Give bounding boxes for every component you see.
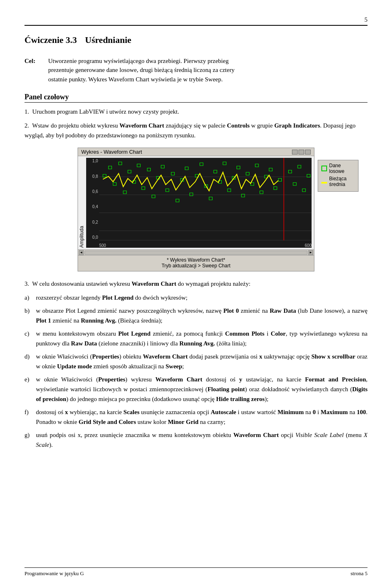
chart-inner: Amplituda 1,0 0,8 0,6 0,4 0,2 0,0 — [78, 156, 314, 249]
step-1: 1. Uruchom program LabVIEW i utwórz nowy… — [24, 107, 368, 117]
legend-label-avg: Bieżąca średnia — [329, 176, 355, 187]
svg-rect-5 — [123, 191, 127, 194]
chart-yaxis-ticks: 1,0 0,8 0,6 0,4 0,2 0,0 — [86, 158, 99, 240]
cel-text: Utworzenie programu wyświetlającego dwa … — [48, 56, 368, 84]
svg-rect-33 — [255, 164, 258, 167]
step-2: 2. Wstaw do projektu obiekt wykresu Wave… — [24, 121, 368, 140]
alpha-label-g: g) — [24, 430, 36, 450]
svg-rect-11 — [152, 195, 155, 198]
alpha-label-e: e) — [24, 374, 36, 404]
svg-rect-15 — [171, 173, 174, 175]
alpha-list: a) rozszerzyć obszar legendy Plot Legend… — [24, 293, 368, 450]
svg-rect-16 — [176, 199, 179, 202]
svg-rect-40 — [293, 183, 296, 186]
scrollbar-left-arrow[interactable]: ◄ — [79, 250, 84, 255]
alpha-label-f: f) — [24, 407, 36, 427]
svg-rect-30 — [241, 194, 245, 197]
scrollbar-track[interactable] — [85, 251, 307, 255]
list-item-c: c) w menu kontekstowym obszaru Plot Lege… — [24, 329, 368, 348]
chart-container: Wykres - Waveform Chart Amplituda 1,0 — [24, 148, 368, 271]
cel-row: Cel: Utworzenie programu wyświetlającego… — [24, 56, 368, 84]
chart-scrollbar[interactable]: ◄ ► — [78, 249, 314, 255]
list-item-b: b) w obszarze Plot Legend zmienić nazwy … — [24, 306, 368, 325]
legend-color-avg — [321, 182, 327, 184]
alpha-content-a: rozszerzyć obszar legendy Plot Legend do… — [36, 293, 368, 303]
alpha-label-d: d) — [24, 352, 36, 371]
list-item-f: f) dostosuj oś x wybierając, na karcie S… — [24, 407, 368, 427]
legend-item-raw: Dane losowe — [321, 163, 355, 174]
exercise-title: Uśrednianie — [85, 34, 131, 47]
svg-rect-36 — [269, 168, 272, 171]
alpha-label-a: a) — [24, 293, 36, 303]
svg-rect-38 — [278, 179, 282, 182]
legend-label-raw: Dane losowe — [329, 163, 355, 174]
list-item-e: e) w oknie Właściwości (Properties) wykr… — [24, 374, 368, 404]
alpha-content-d: w oknie Właściwości (Properties) obiektu… — [36, 352, 368, 371]
svg-rect-31 — [246, 173, 249, 175]
alpha-content-f: dostosuj oś x wybierając, na karcie Scal… — [36, 407, 368, 427]
svg-rect-43 — [307, 175, 310, 177]
chart-legend: Dane losowe Bieżąca średnia — [318, 160, 359, 192]
cel-label: Cel: — [24, 56, 45, 84]
chart-yaxis-label: Amplituda — [78, 158, 86, 248]
legend-color-raw — [321, 166, 327, 171]
svg-rect-13 — [161, 165, 164, 168]
panel-title: Panel czołowy — [24, 93, 69, 101]
svg-rect-6 — [128, 170, 131, 173]
list-item-g: g) usuń podpis osi x, przez usunięcie zn… — [24, 430, 368, 450]
chart-title-text: Wykres - Waveform Chart — [81, 149, 142, 155]
svg-rect-8 — [137, 164, 140, 167]
alpha-content-e: w oknie Właściwości (Properties) wykresu… — [36, 374, 368, 404]
list-item-d: d) w oknie Właściwości (Properties) obie… — [24, 352, 368, 371]
scrollbar-right-arrow[interactable]: ► — [308, 250, 313, 255]
page-header: 5 — [24, 16, 368, 26]
page: 5 Ćwiczenie 3.3 Uśrednianie Cel: Utworze… — [0, 0, 392, 585]
alpha-content-g: usuń podpis osi x, przez usunięcie znacz… — [36, 430, 368, 450]
chart-box: Wykres - Waveform Chart Amplituda 1,0 — [78, 148, 314, 271]
svg-rect-14 — [166, 189, 169, 192]
svg-rect-27 — [227, 189, 231, 192]
svg-rect-19 — [190, 193, 193, 196]
chart-svg — [99, 158, 312, 240]
chart-footer: * Wykres Waveform Chart* Tryb aktualizac… — [78, 255, 314, 271]
list-item-a: a) rozszerzyć obszar legendy Plot Legend… — [24, 293, 368, 303]
svg-rect-42 — [302, 189, 305, 192]
svg-rect-9 — [142, 187, 145, 190]
svg-rect-23 — [209, 197, 212, 200]
legend-item-avg: Bieżąca średnia — [321, 176, 355, 187]
panel-header: Panel czołowy — [24, 93, 368, 103]
svg-rect-3 — [113, 183, 116, 186]
alpha-content-c: w menu kontekstowym obszaru Plot Legend … — [36, 329, 368, 348]
footer-right: strona 5 — [350, 570, 368, 577]
svg-rect-24 — [214, 170, 217, 173]
footer-left: Programowanie w języku G — [24, 570, 84, 577]
svg-rect-1 — [103, 175, 106, 177]
svg-rect-41 — [298, 165, 301, 168]
svg-rect-10 — [147, 168, 151, 171]
alpha-content-b: w obszarze Plot Legend zmienić nazwy pos… — [36, 306, 368, 325]
chart-titlebar: Wykres - Waveform Chart — [78, 148, 314, 156]
page-number-top: 5 — [365, 16, 368, 23]
svg-rect-29 — [237, 166, 240, 169]
step-3-intro: 3. W celu dostosowania ustawień wykresu … — [24, 279, 368, 289]
chart-xaxis-ticks: 500 600 — [99, 240, 312, 248]
svg-rect-2 — [109, 166, 112, 169]
svg-rect-26 — [223, 162, 226, 165]
svg-rect-18 — [185, 167, 188, 170]
chart-plot-area: 1,0 0,8 0,6 0,4 0,2 0,0 — [86, 158, 312, 248]
exercise-number: Ćwiczenie 3.3 — [24, 34, 77, 47]
svg-rect-39 — [288, 170, 292, 173]
svg-rect-34 — [260, 191, 263, 194]
alpha-label-c: c) — [24, 329, 36, 348]
page-footer: Programowanie w języku G strona 5 — [24, 567, 368, 577]
svg-rect-4 — [118, 162, 122, 165]
svg-rect-37 — [274, 187, 277, 190]
svg-rect-21 — [200, 163, 203, 166]
alpha-label-b: b) — [24, 306, 36, 325]
